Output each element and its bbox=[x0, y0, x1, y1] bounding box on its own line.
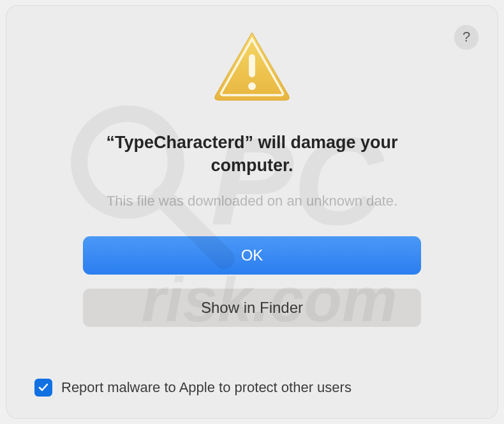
warning-icon bbox=[211, 27, 293, 107]
dialog-title: “TypeCharacterd” will damage your comput… bbox=[34, 131, 470, 178]
help-button[interactable]: ? bbox=[454, 25, 478, 49]
malware-warning-dialog: PC risk.com ? “TypeCharacterd” will dama… bbox=[6, 6, 498, 418]
show-in-finder-button[interactable]: Show in Finder bbox=[83, 289, 421, 327]
report-malware-checkbox[interactable] bbox=[34, 379, 52, 397]
svg-point-5 bbox=[248, 82, 256, 90]
svg-rect-4 bbox=[249, 54, 255, 77]
report-malware-row: Report malware to Apple to protect other… bbox=[34, 379, 470, 397]
dialog-subtitle: This file was downloaded on an unknown d… bbox=[107, 193, 397, 209]
report-malware-label[interactable]: Report malware to Apple to protect other… bbox=[61, 379, 352, 396]
help-icon: ? bbox=[463, 29, 470, 45]
ok-button[interactable]: OK bbox=[83, 236, 421, 275]
checkmark-icon bbox=[38, 382, 49, 393]
